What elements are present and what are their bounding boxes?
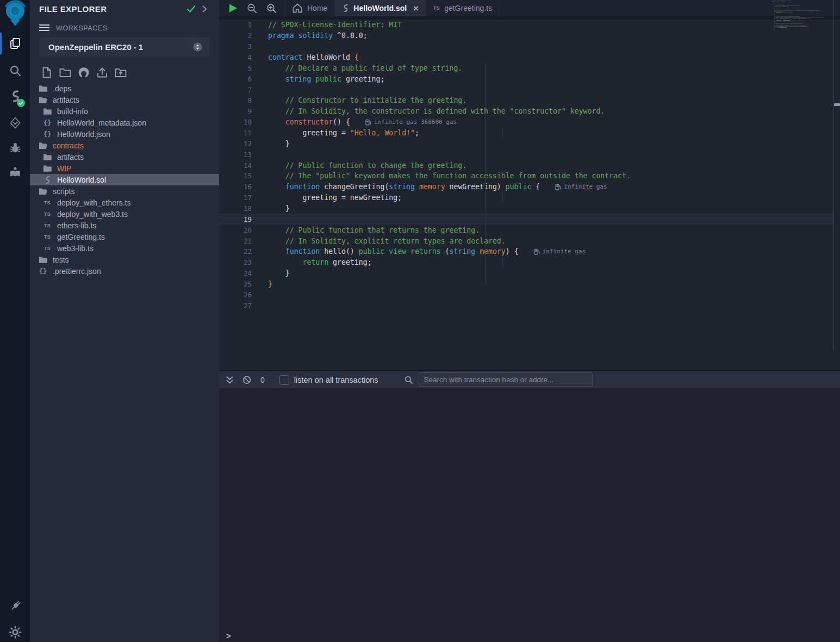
listen-transactions-checkbox[interactable]: [279, 375, 289, 385]
line-number[interactable]: 12: [219, 140, 252, 148]
tree-item-deploy-with-ethers-ts[interactable]: TSdeploy_with_ethers.ts: [30, 197, 219, 208]
code-line[interactable]: 9 // In Solidity, the constructor is def…: [219, 106, 833, 117]
code-line[interactable]: 14 // Public function to change the gree…: [219, 160, 833, 171]
debugger-icon[interactable]: [0, 136, 30, 160]
code-line[interactable]: 26: [219, 289, 833, 300]
workspace-select[interactable]: OpenZeppelin ERC20 - 1: [39, 38, 209, 57]
line-number[interactable]: 2: [219, 32, 252, 40]
line-number[interactable]: 1: [219, 21, 252, 29]
workspace-stepper-icon[interactable]: [193, 42, 202, 52]
code-line[interactable]: 13: [219, 149, 833, 160]
tree-item-getgreeting-ts[interactable]: TSgetGreeting.ts: [30, 231, 219, 242]
code-line[interactable]: 24 }: [219, 268, 833, 279]
line-number[interactable]: 5: [219, 64, 252, 72]
tree-item--deps[interactable]: .deps: [30, 83, 219, 94]
code-line[interactable]: 18 }: [219, 203, 833, 214]
line-number[interactable]: 22: [219, 247, 252, 255]
deploy-and-run-icon[interactable]: [0, 111, 30, 135]
tab-close-icon[interactable]: ×: [413, 4, 419, 13]
tree-item-deploy-with-web3-ts[interactable]: TSdeploy_with_web3.ts: [30, 208, 219, 220]
transaction-search-input[interactable]: [419, 372, 593, 387]
zoom-in-icon[interactable]: [266, 3, 277, 14]
run-script-icon[interactable]: [228, 3, 238, 13]
tree-item-helloworld-metadata-json[interactable]: {}HelloWorld_metadata.json: [30, 117, 219, 128]
upload-folder-icon[interactable]: [113, 65, 128, 79]
minimap[interactable]: // SPDX-License-Identifier: MITpragma so…: [771, 0, 826, 36]
tree-item-tests[interactable]: tests: [30, 254, 219, 265]
tree-item-web3-lib-ts[interactable]: TSweb3-lib.ts: [30, 242, 219, 254]
line-number[interactable]: 13: [219, 151, 252, 159]
new-file-icon[interactable]: [39, 65, 54, 79]
tree-item--prettierrc-json[interactable]: {}.prettierrc.json: [30, 265, 219, 277]
code-area[interactable]: 1// SPDX-License-Identifier: MIT2pragma …: [219, 20, 833, 370]
tree-item-helloworld-sol[interactable]: HelloWorld.sol: [30, 174, 219, 185]
line-number[interactable]: 19: [219, 215, 252, 223]
workspace-ok-check-icon[interactable]: [186, 5, 196, 13]
settings-icon[interactable]: [0, 620, 30, 642]
code-line[interactable]: 25}: [219, 279, 833, 290]
line-number[interactable]: 18: [219, 204, 252, 213]
code-line[interactable]: 11 greeting = "Hello, World!";: [219, 128, 833, 139]
code-line[interactable]: 17 greeting = newGreeting;: [219, 192, 833, 203]
search-icon[interactable]: [0, 59, 30, 83]
tree-item-artifacts[interactable]: artifacts: [30, 94, 219, 105]
remix-logo-icon[interactable]: [0, 1, 30, 25]
terminal-collapse-icon[interactable]: [226, 376, 234, 384]
code-line[interactable]: 12 }: [219, 138, 833, 149]
code-line[interactable]: 7: [219, 84, 833, 95]
zoom-out-icon[interactable]: [247, 3, 257, 14]
tree-item-contracts[interactable]: contracts: [30, 140, 219, 151]
line-number[interactable]: 20: [219, 226, 252, 234]
tree-item-build-info[interactable]: build-info: [30, 105, 219, 117]
code-line[interactable]: 23 return greeting;: [219, 257, 833, 268]
line-number[interactable]: 9: [219, 107, 252, 115]
code-line[interactable]: 4contract HelloWorld {: [219, 52, 833, 63]
code-line[interactable]: 20 // Public function that returns the g…: [219, 225, 833, 235]
line-number[interactable]: 10: [219, 118, 252, 126]
plugin-manager-icon[interactable]: [0, 594, 30, 618]
tree-item-helloworld-json[interactable]: {}HelloWorld.json: [30, 128, 219, 140]
code-line[interactable]: 2pragma solidity ^0.8.0;: [219, 30, 833, 41]
line-number[interactable]: 21: [219, 237, 252, 245]
learn-book-icon[interactable]: [0, 160, 30, 184]
publish-to-github-icon[interactable]: [76, 65, 91, 79]
tree-item-artifacts[interactable]: artifacts: [30, 151, 219, 163]
code-line[interactable]: 22 function hello() public view returns …: [219, 246, 833, 257]
code-line[interactable]: 27: [219, 300, 833, 311]
tree-item-ethers-lib-ts[interactable]: TSethers-lib.ts: [30, 220, 219, 231]
code-line[interactable]: 8 // Constructor to initialize the greet…: [219, 95, 833, 106]
line-number[interactable]: 23: [219, 258, 252, 266]
solidity-compiler-icon[interactable]: [0, 85, 30, 109]
panel-expand-chevron-icon[interactable]: [202, 5, 208, 13]
line-number[interactable]: 4: [219, 53, 252, 61]
line-number[interactable]: 27: [219, 302, 252, 310]
tab-helloworld-sol[interactable]: HelloWorld.sol×: [334, 0, 426, 16]
upload-file-icon[interactable]: [95, 65, 109, 79]
clear-console-icon[interactable]: [242, 376, 251, 384]
code-line[interactable]: 5 // Declare a public field of type stri…: [219, 63, 833, 73]
line-number[interactable]: 3: [219, 42, 252, 51]
tab-getgreeting-ts[interactable]: TSgetGreeting.ts: [426, 0, 500, 16]
line-number[interactable]: 24: [219, 269, 252, 277]
line-number[interactable]: 14: [219, 161, 252, 170]
line-number[interactable]: 15: [219, 172, 252, 180]
line-number[interactable]: 26: [219, 291, 252, 299]
line-number[interactable]: 17: [219, 194, 252, 202]
line-number[interactable]: 25: [219, 280, 252, 288]
code-line[interactable]: 10 constructor() {infinite gas 368600 ga…: [219, 117, 833, 128]
new-folder-icon[interactable]: [58, 65, 72, 79]
line-number[interactable]: 16: [219, 183, 252, 191]
code-line[interactable]: 3: [219, 41, 833, 52]
file-explorer-icon[interactable]: [0, 32, 30, 55]
tab-home[interactable]: Home: [284, 0, 334, 16]
line-number[interactable]: 11: [219, 129, 252, 137]
code-line[interactable]: 1// SPDX-License-Identifier: MIT: [219, 20, 833, 30]
workspaces-menu-icon[interactable]: [39, 24, 49, 32]
code-line[interactable]: 19: [219, 214, 833, 225]
tree-item-scripts[interactable]: scripts: [30, 185, 219, 197]
code-line[interactable]: 6 string public greeting;: [219, 73, 833, 84]
tree-item-wip[interactable]: WIP: [30, 163, 219, 174]
code-line[interactable]: 15 // The "public" keyword makes the fun…: [219, 171, 833, 182]
code-line[interactable]: 21 // In Solidity, explicit return types…: [219, 235, 833, 246]
line-number[interactable]: 7: [219, 86, 252, 94]
